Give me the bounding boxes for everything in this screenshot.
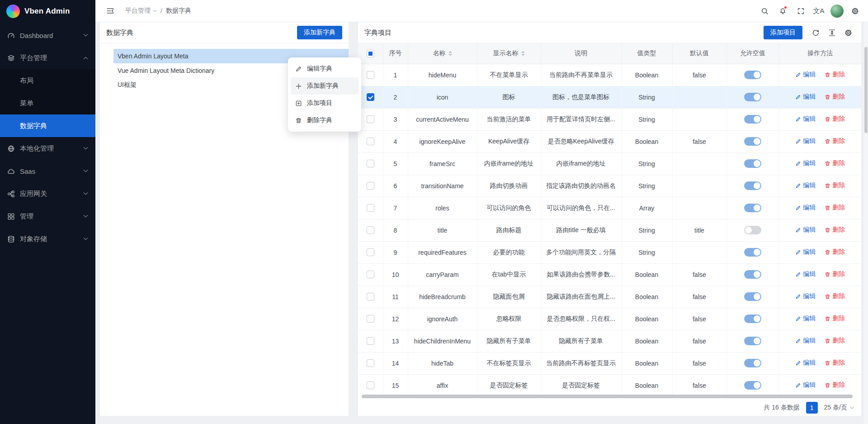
edit-link[interactable]: 编辑 bbox=[795, 71, 816, 79]
add-dictionary-button[interactable]: 添加新字典 bbox=[297, 26, 342, 39]
sidebar-item-management[interactable]: 管理 bbox=[0, 205, 95, 228]
delete-link[interactable]: 删除 bbox=[825, 181, 845, 190]
row-checkbox[interactable] bbox=[367, 381, 374, 389]
allow-null-toggle[interactable] bbox=[744, 71, 761, 79]
delete-link[interactable]: 删除 bbox=[825, 314, 845, 323]
row-checkbox[interactable] bbox=[367, 182, 374, 190]
edit-link[interactable]: 编辑 bbox=[795, 359, 816, 367]
breadcrumb-section[interactable]: 平台管理 bbox=[125, 7, 157, 15]
delete-link[interactable]: 删除 bbox=[825, 226, 845, 234]
edit-link[interactable]: 编辑 bbox=[795, 226, 816, 234]
context-menu-edit-dictionary[interactable]: 编辑字典 bbox=[291, 60, 359, 77]
allow-null-toggle[interactable] bbox=[744, 226, 761, 234]
allow-null-toggle[interactable] bbox=[744, 137, 761, 146]
allow-null-toggle[interactable] bbox=[744, 337, 761, 345]
row-checkbox[interactable] bbox=[367, 160, 374, 167]
row-checkbox[interactable] bbox=[367, 271, 374, 278]
allow-null-toggle[interactable] bbox=[744, 204, 761, 212]
row-checkbox[interactable] bbox=[367, 204, 374, 212]
allow-null-toggle[interactable] bbox=[744, 93, 761, 101]
page-button-1[interactable]: 1 bbox=[806, 402, 818, 414]
sidebar-item-saas[interactable]: Saas bbox=[0, 160, 95, 182]
edit-link-label: 编辑 bbox=[803, 159, 816, 167]
row-checkbox[interactable] bbox=[367, 315, 374, 323]
row-checkbox[interactable] bbox=[367, 293, 374, 300]
page-size-select[interactable]: 25 条/页 bbox=[824, 404, 854, 412]
edit-link[interactable]: 编辑 bbox=[795, 115, 816, 123]
row-checkbox[interactable] bbox=[367, 337, 374, 345]
allow-null-toggle[interactable] bbox=[744, 181, 761, 190]
edit-link[interactable]: 编辑 bbox=[795, 181, 816, 190]
row-checkbox[interactable] bbox=[367, 226, 374, 234]
edit-link[interactable]: 编辑 bbox=[795, 204, 816, 212]
edit-link[interactable]: 编辑 bbox=[795, 159, 816, 167]
select-all-checkbox[interactable] bbox=[367, 50, 374, 57]
sidebar-item-object-storage[interactable]: 对象存储 bbox=[0, 228, 95, 250]
sidebar-item-dashboard[interactable]: Dashboard bbox=[0, 24, 95, 47]
context-menu-add-dictionary[interactable]: 添加新字典 bbox=[291, 77, 359, 95]
row-checkbox[interactable] bbox=[367, 71, 374, 79]
edit-link[interactable]: 编辑 bbox=[795, 270, 816, 278]
edit-link[interactable]: 编辑 bbox=[795, 381, 816, 389]
column-header-display-name[interactable]: 显示名称 bbox=[477, 43, 541, 64]
delete-link[interactable]: 删除 bbox=[825, 159, 845, 167]
allow-null-toggle[interactable] bbox=[744, 270, 761, 279]
delete-link[interactable]: 删除 bbox=[825, 292, 845, 300]
sidebar-item-data-dictionary[interactable]: 数据字典 bbox=[0, 114, 95, 137]
sidebar-item-localization[interactable]: 本地化管理 bbox=[0, 137, 95, 160]
vertical-scrollbar-thumb[interactable] bbox=[864, 47, 868, 133]
allow-null-toggle[interactable] bbox=[744, 159, 761, 168]
delete-link[interactable]: 删除 bbox=[825, 71, 845, 79]
horizontal-scrollbar-thumb[interactable] bbox=[362, 395, 853, 398]
app-logo[interactable]: Vben Admin bbox=[0, 0, 95, 22]
row-checkbox[interactable] bbox=[367, 359, 374, 367]
edit-link[interactable]: 编辑 bbox=[795, 248, 816, 256]
language-button[interactable]: 文A bbox=[811, 3, 826, 19]
allow-null-toggle[interactable] bbox=[744, 115, 761, 124]
delete-link[interactable]: 删除 bbox=[825, 337, 845, 345]
row-checkbox[interactable] bbox=[367, 115, 374, 123]
sidebar-item-menu[interactable]: 菜单 bbox=[0, 92, 95, 114]
notifications-button[interactable] bbox=[775, 3, 790, 19]
search-button[interactable] bbox=[757, 3, 772, 19]
allow-null-toggle[interactable] bbox=[744, 381, 761, 390]
allow-null-toggle[interactable] bbox=[744, 248, 761, 257]
allow-null-toggle[interactable] bbox=[744, 292, 761, 301]
sort-icons[interactable] bbox=[448, 51, 452, 56]
row-height-button[interactable] bbox=[825, 26, 839, 39]
row-checkbox[interactable] bbox=[367, 93, 374, 101]
sidebar-fold-button[interactable] bbox=[103, 3, 118, 19]
allow-null-toggle[interactable] bbox=[744, 314, 761, 323]
sort-icons[interactable] bbox=[521, 51, 525, 56]
delete-link[interactable]: 删除 bbox=[825, 359, 845, 367]
fullscreen-button[interactable] bbox=[793, 3, 808, 19]
cell-default-value: false bbox=[672, 330, 726, 352]
delete-link[interactable]: 删除 bbox=[825, 93, 845, 101]
sidebar-item-app-gateway[interactable]: 应用网关 bbox=[0, 182, 95, 205]
delete-link[interactable]: 删除 bbox=[825, 248, 845, 256]
edit-link[interactable]: 编辑 bbox=[795, 93, 816, 101]
delete-link[interactable]: 删除 bbox=[825, 270, 845, 278]
user-menu-button[interactable] bbox=[829, 3, 844, 19]
sidebar-item-platform[interactable]: 平台管理 bbox=[0, 47, 95, 69]
sidebar-item-layout[interactable]: 布局 bbox=[0, 69, 95, 92]
delete-link[interactable]: 删除 bbox=[825, 204, 845, 212]
column-settings-button[interactable] bbox=[841, 26, 855, 39]
add-item-button[interactable]: 添加项目 bbox=[764, 26, 802, 39]
delete-link[interactable]: 删除 bbox=[825, 381, 845, 389]
row-checkbox[interactable] bbox=[367, 138, 374, 145]
context-menu-add-item[interactable]: 添加项目 bbox=[291, 95, 359, 112]
column-header-name[interactable]: 名称 bbox=[408, 43, 477, 64]
edit-link[interactable]: 编辑 bbox=[795, 314, 816, 323]
edit-link[interactable]: 编辑 bbox=[795, 137, 816, 145]
delete-link[interactable]: 删除 bbox=[825, 137, 845, 145]
cell-name: ignoreKeepAlive bbox=[408, 130, 477, 152]
edit-link[interactable]: 编辑 bbox=[795, 292, 816, 300]
row-checkbox[interactable] bbox=[367, 248, 374, 256]
delete-link[interactable]: 删除 bbox=[825, 115, 845, 123]
settings-button[interactable] bbox=[847, 3, 863, 19]
refresh-button[interactable] bbox=[809, 26, 822, 39]
allow-null-toggle[interactable] bbox=[744, 359, 761, 367]
edit-link[interactable]: 编辑 bbox=[795, 337, 816, 345]
context-menu-delete-dictionary[interactable]: 删除字典 bbox=[291, 112, 359, 129]
